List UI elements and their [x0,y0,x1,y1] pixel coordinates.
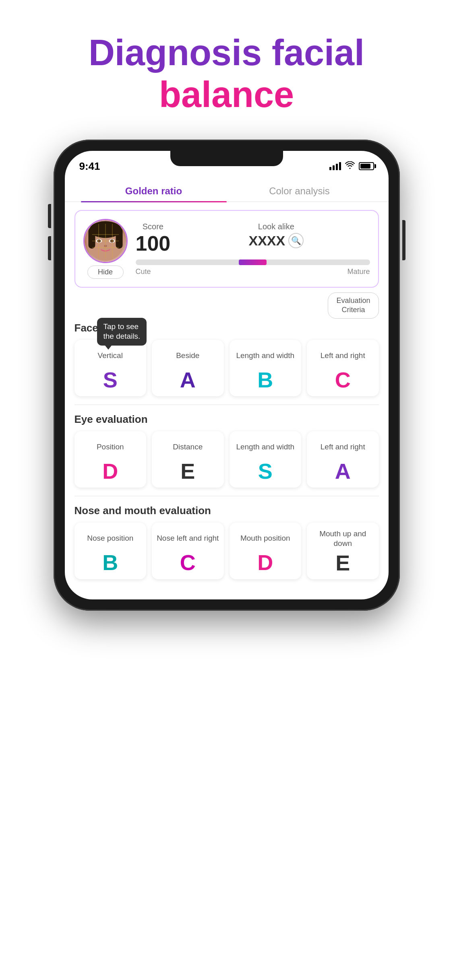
eye-eval-label-left-right: Left and right [311,438,375,457]
face-eval-label-beside: Beside [156,346,220,366]
phone-screen: 9:41 [65,151,389,599]
eye-eval-card-left-right[interactable]: Left and right A [307,431,379,488]
face-eval-card-length-width[interactable]: Length and width B [230,340,302,396]
face-eval-card-left-right[interactable]: Left and right C [307,340,379,396]
divider-1 [74,404,379,405]
score-label: Score [136,222,171,231]
hide-button[interactable]: Hide [87,266,124,279]
score-block: Score 100 [136,222,171,254]
eye-eval-grade-left-right: A [311,460,375,482]
mouth-eval-label-up-down: Mouth up and down [311,529,375,549]
eye-eval-grid: Position D Distance E Length and width S… [65,431,389,488]
mouth-eval-label-position: Mouth position [234,529,298,548]
score-value: 100 [136,233,171,254]
phone-notch [170,151,283,166]
eye-eval-label-position: Position [79,438,143,457]
nose-eval-grade-left-right: C [156,552,220,573]
face-eval-label-length-width: Length and width [234,346,298,366]
eye-eval-card-length-width[interactable]: Length and width S [230,431,302,488]
eval-criteria-button[interactable]: EvaluationCriteria [328,292,379,319]
eye-evaluation-section: Eye evaluation Position D Distance E Len… [65,413,389,488]
svg-rect-2 [88,228,95,249]
nose-eval-card-position[interactable]: Nose position B [74,523,147,579]
tooltip-bubble: Tap to seethe details. [97,318,147,346]
look-alike-label: Look alike [182,222,370,231]
eye-eval-card-position[interactable]: Position D [74,431,147,488]
eye-eval-label-length-width: Length and width [234,438,298,457]
face-eval-label-left-right: Left and right [311,346,375,366]
side-button-volume-up [48,204,51,228]
progress-label-cute: Cute [136,268,151,276]
face-evaluation-section: Tap to seethe details. Face eva... Verti… [65,322,389,396]
divider-2 [74,496,379,496]
score-info: Score 100 Look alike XXXX 🔍 [136,222,370,276]
eye-eval-grade-length-width: S [234,460,298,482]
avatar-container: Hide [83,219,128,279]
battery-icon [359,162,374,170]
nose-mouth-eval-grid: Nose position B Nose left and right C Mo… [65,523,389,579]
face-eval-grid: Vertical S Beside A Length and width B L… [65,340,389,396]
bottom-spacer [65,587,389,599]
eye-eval-grade-distance: E [156,460,220,482]
title-part2: balance [159,74,294,115]
face-eval-grade-length-width: B [234,369,298,391]
look-alike-search-button[interactable]: 🔍 [288,233,304,248]
progress-bar: Cute Mature [136,259,370,276]
side-button-power [402,220,405,260]
look-alike-value: XXXX [249,233,285,249]
mouth-eval-grade-position: D [234,552,298,573]
mouth-eval-card-position[interactable]: Mouth position D [230,523,302,579]
eval-criteria-row: EvaluationCriteria [65,292,389,319]
tab-golden-ratio[interactable]: Golden ratio [81,181,227,202]
face-eval-grade-left-right: C [311,369,375,391]
wifi-icon [345,161,355,171]
look-alike-block: Look alike XXXX 🔍 [182,222,370,249]
face-eval-grade-vertical: S [79,369,143,391]
eye-eval-label: Eye evaluation [65,413,389,426]
nose-mouth-evaluation-section: Nose and mouth evaluation Nose position … [65,504,389,579]
page-title: Diagnosis facial balance [89,32,364,115]
mouth-eval-card-up-down[interactable]: Mouth up and down E [307,523,379,579]
mouth-eval-grade-up-down: E [311,552,375,574]
nose-eval-card-left-right[interactable]: Nose left and right C [152,523,224,579]
title-part1: Diagnosis facial [89,33,364,73]
side-button-volume-down [48,236,51,260]
nose-eval-label-left-right: Nose left and right [156,529,220,548]
phone-mockup: 9:41 [54,140,400,611]
score-card: Hide Score 100 Look alike XXXX 🔍 [74,210,379,288]
avatar [83,219,128,263]
face-eval-grade-beside: A [156,369,220,391]
progress-label-mature: Mature [347,268,370,276]
eye-eval-label-distance: Distance [156,438,220,457]
status-time: 9:41 [79,160,100,173]
tab-color-analysis[interactable]: Color analysis [227,181,372,202]
tab-bar: Golden ratio Color analysis [65,177,389,202]
nose-eval-label-position: Nose position [79,529,143,548]
nose-eval-grade-position: B [79,552,143,573]
face-eval-card-beside[interactable]: Beside A [152,340,224,396]
svg-rect-3 [116,228,122,249]
eye-eval-card-distance[interactable]: Distance E [152,431,224,488]
signal-icon [329,162,341,170]
nose-mouth-eval-label: Nose and mouth evaluation [65,504,389,517]
status-icons [329,161,374,171]
eye-eval-grade-position: D [79,460,143,482]
